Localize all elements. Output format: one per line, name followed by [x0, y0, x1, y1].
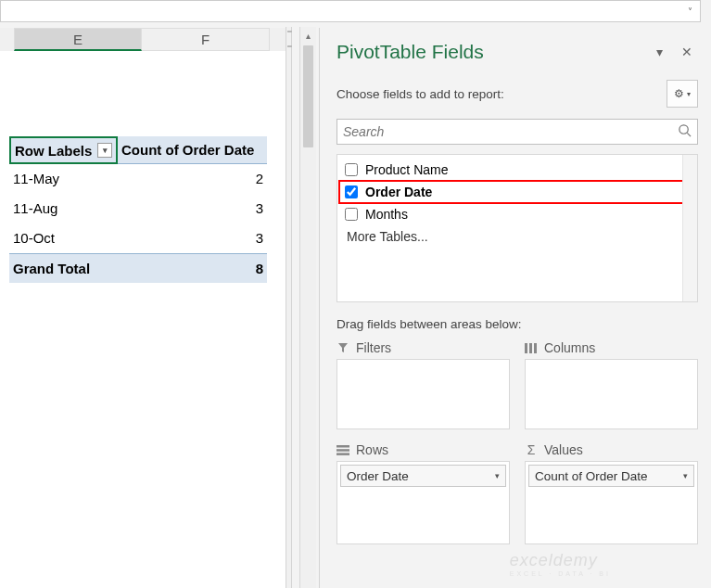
svg-rect-5	[336, 445, 349, 448]
columns-area: Columns	[525, 340, 698, 429]
rows-pill-order-date[interactable]: Order Date ▾	[340, 465, 506, 487]
field-label-months: Months	[365, 207, 408, 222]
row-label: 11-May	[9, 164, 118, 193]
filters-label: Filters	[356, 340, 391, 355]
values-label: Values	[544, 442, 583, 457]
chevron-down-icon[interactable]: ▾	[495, 471, 500, 480]
close-icon[interactable]: ✕	[676, 41, 698, 63]
layout-options-button[interactable]: ⚙ ▾	[667, 80, 698, 108]
values-area-title: Σ Values	[525, 442, 698, 457]
layout-areas: Filters Columns Rows Order Date	[336, 340, 698, 544]
svg-rect-2	[525, 343, 527, 353]
row-value: 3	[118, 194, 267, 223]
rows-dropzone[interactable]: Order Date ▾	[336, 461, 510, 544]
row-value: 3	[118, 224, 267, 252]
formula-bar-expand-icon[interactable]: ˅	[688, 6, 692, 17]
choose-fields-row: Choose fields to add to report: ⚙ ▾	[336, 80, 698, 108]
pivot-table: Row Labels ▾ Count of Order Date 11-May …	[9, 136, 267, 283]
table-row[interactable]: 10-Oct 3	[9, 224, 267, 253]
column-headers: E F	[0, 28, 286, 51]
rows-icon	[336, 444, 349, 455]
spreadsheet-area: E F Row Labels ▾ Count of Order Date 11-…	[0, 28, 286, 588]
values-dropzone[interactable]: Count of Order Date ▾	[525, 461, 698, 544]
pane-options-dropdown-icon[interactable]: ▾	[648, 41, 670, 63]
scroll-thumb[interactable]	[303, 45, 313, 147]
row-value: 2	[118, 164, 267, 193]
field-checkbox-months[interactable]	[345, 208, 358, 221]
values-pill-count-order-date[interactable]: Count of Order Date ▾	[528, 465, 694, 487]
svg-rect-3	[529, 343, 532, 353]
sigma-icon: Σ	[525, 444, 538, 455]
more-tables-link[interactable]: More Tables...	[339, 225, 695, 248]
field-label-product-name: Product Name	[365, 162, 448, 177]
sheet-edge	[286, 27, 292, 588]
filters-dropzone[interactable]	[336, 359, 510, 429]
pivottable-fields-pane: PivotTable Fields ▾ ✕ Choose fields to a…	[319, 28, 711, 588]
row-labels-cell[interactable]: Row Labels ▾	[9, 136, 118, 164]
scroll-up-icon[interactable]: ▴	[300, 27, 316, 44]
field-item-months[interactable]: Months	[339, 203, 695, 225]
field-checkbox-product-name[interactable]	[345, 163, 358, 176]
field-search-input[interactable]	[343, 124, 678, 139]
columns-area-title: Columns	[525, 340, 698, 355]
chevron-down-icon: ▾	[687, 90, 691, 98]
columns-label: Columns	[544, 340, 595, 355]
field-item-order-date[interactable]: Order Date	[339, 181, 695, 203]
svg-rect-6	[336, 449, 349, 452]
drag-fields-label: Drag fields between areas below:	[336, 317, 698, 331]
rows-area: Rows Order Date ▾	[336, 442, 510, 544]
row-label: 10-Oct	[9, 224, 118, 252]
svg-rect-4	[534, 343, 537, 353]
row-label: 11-Aug	[9, 194, 118, 223]
field-checkbox-order-date[interactable]	[345, 185, 358, 198]
grand-total-row[interactable]: Grand Total 8	[9, 253, 267, 283]
svg-line-1	[687, 133, 691, 136]
filter-icon	[336, 342, 349, 353]
more-tables-label: More Tables...	[347, 229, 428, 244]
chevron-down-icon[interactable]: ▾	[683, 471, 688, 480]
filters-area: Filters	[336, 340, 510, 429]
pivot-header-row: Row Labels ▾ Count of Order Date	[9, 136, 267, 164]
choose-fields-label: Choose fields to add to report:	[336, 87, 667, 101]
column-header-f[interactable]: F	[142, 28, 270, 51]
filters-area-title: Filters	[336, 340, 510, 355]
table-row[interactable]: 11-May 2	[9, 164, 267, 194]
formula-bar: ˅	[0, 0, 701, 22]
row-labels-dropdown-icon[interactable]: ▾	[97, 143, 112, 158]
grid-body: Row Labels ▾ Count of Order Date 11-May …	[0, 51, 286, 283]
field-search-input-wrapper[interactable]	[336, 119, 698, 145]
svg-rect-7	[336, 453, 349, 455]
columns-dropzone[interactable]	[525, 359, 698, 429]
values-area: Σ Values Count of Order Date ▾	[525, 442, 698, 544]
rows-label: Rows	[356, 442, 388, 457]
field-list: Product Name Order Date Months More Tabl…	[336, 154, 698, 302]
table-row[interactable]: 11-Aug 3	[9, 194, 267, 224]
vertical-scrollbar[interactable]: ▴	[299, 27, 316, 588]
row-labels-text: Row Labels	[15, 143, 92, 159]
grand-total-value: 8	[118, 254, 267, 282]
field-item-product-name[interactable]: Product Name	[339, 159, 695, 181]
grand-total-label: Grand Total	[9, 254, 118, 282]
field-label-order-date: Order Date	[365, 185, 432, 199]
count-header-cell[interactable]: Count of Order Date	[118, 136, 267, 164]
svg-point-0	[679, 124, 688, 133]
values-pill-label: Count of Order Date	[535, 469, 648, 483]
rows-area-title: Rows	[336, 442, 510, 457]
column-header-e[interactable]: E	[14, 28, 142, 51]
columns-icon	[525, 342, 538, 353]
search-icon	[678, 123, 692, 141]
pane-title: PivotTable Fields	[336, 41, 642, 63]
gear-icon: ⚙	[674, 87, 684, 100]
field-list-scrollbar[interactable]	[682, 155, 697, 301]
rows-pill-label: Order Date	[347, 469, 409, 483]
pane-header: PivotTable Fields ▾ ✕	[336, 41, 698, 63]
